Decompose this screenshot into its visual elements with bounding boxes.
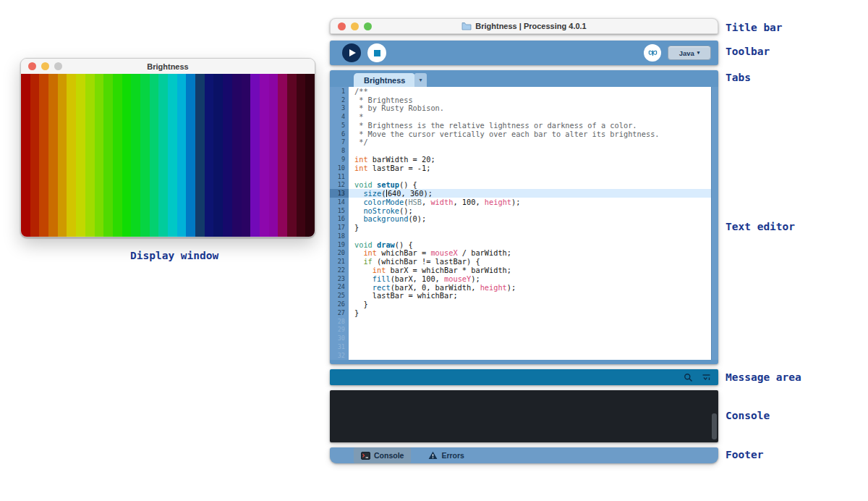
footer-tab-errors[interactable]: Errors — [428, 451, 464, 460]
code-line[interactable]: 23 fill(barX, 100, mouseY); — [330, 274, 712, 283]
code-line[interactable]: 21 if (whichBar != lastBar) { — [330, 257, 712, 266]
token-kw: void — [354, 240, 377, 249]
search-icon[interactable] — [684, 373, 693, 382]
code-line[interactable]: 17} — [330, 223, 712, 232]
code-line[interactable]: 13 size(640, 360); — [330, 189, 712, 198]
token-com: * Brightness — [354, 96, 413, 104]
code-line[interactable]: 8 — [330, 146, 712, 155]
line-number: 20 — [330, 249, 349, 258]
code-line[interactable]: 29 — [330, 325, 712, 334]
code-line[interactable]: 1/** — [330, 87, 712, 96]
code-line[interactable]: 7 */ — [330, 138, 712, 147]
token-pln — [354, 248, 363, 257]
token-sv: mouseY — [444, 274, 471, 283]
tab-bar: Brightness ▾ — [330, 70, 718, 87]
token-pln: ); — [511, 198, 520, 206]
code-line[interactable]: 9int barWidth = 20; — [330, 155, 712, 164]
footer-tab-console[interactable]: Console — [354, 447, 411, 463]
code-text: * Move the cursor vertically over each b… — [349, 130, 712, 138]
token-fn: size — [363, 189, 381, 198]
token-pln: } — [354, 223, 359, 232]
code-line[interactable]: 25 lastBar = whichBar; — [330, 291, 712, 300]
line-number: 18 — [330, 232, 349, 240]
code-line[interactable]: 30 — [330, 334, 712, 342]
line-number: 26 — [330, 300, 349, 308]
code-line[interactable]: 15 noStroke(); — [330, 206, 712, 215]
hue-bar — [260, 74, 269, 237]
token-fn: colorMode — [363, 198, 404, 206]
console-panel — [330, 390, 718, 442]
console-scrollbar[interactable] — [712, 413, 717, 439]
editor-scrollbar[interactable] — [711, 87, 718, 360]
code-line[interactable]: 22 int barX = whichBar * barWidth; — [330, 266, 712, 274]
code-line[interactable]: 24 rect(barX, 0, barWidth, height); — [330, 283, 712, 292]
code-line[interactable]: 3 * by Rusty Robison. — [330, 104, 712, 113]
line-number: 9 — [330, 155, 349, 164]
hue-bar — [168, 74, 177, 237]
minimize-icon[interactable] — [41, 62, 49, 70]
zoom-icon[interactable] — [364, 22, 372, 30]
code-line[interactable]: 5 * Brightness is the relative lightness… — [330, 121, 712, 130]
token-com: */ — [354, 138, 368, 146]
debug-button[interactable] — [644, 44, 661, 62]
close-icon[interactable] — [338, 22, 346, 30]
token-typ: int — [354, 155, 368, 164]
line-number: 3 — [330, 104, 349, 113]
code-text: } — [349, 308, 712, 317]
code-line[interactable]: 12void setup() { — [330, 180, 712, 189]
code-line[interactable]: 14 colorMode(HSB, width, 100, height); — [330, 198, 712, 206]
code-line[interactable]: 31 — [330, 342, 712, 351]
line-number: 22 — [330, 266, 349, 274]
token-sv: mouseX — [430, 248, 457, 257]
text-editor[interactable]: 1/**2 * Brightness3 * by Rusty Robison.4… — [330, 87, 718, 360]
stop-button[interactable] — [367, 43, 386, 62]
token-pln — [354, 266, 373, 274]
code-line[interactable]: 26 } — [330, 300, 712, 308]
line-number: 29 — [330, 325, 349, 334]
code-line[interactable]: 4 * — [330, 112, 712, 121]
sketch-output-bars — [21, 74, 315, 237]
screenshot-canvas: Brightness Display window Brightness | P… — [0, 0, 868, 501]
tab-menu-button[interactable]: ▾ — [414, 73, 427, 87]
label-title-bar: Title bar — [726, 22, 783, 33]
code-line[interactable]: 27} — [330, 308, 712, 317]
code-line[interactable]: 28 — [330, 317, 712, 326]
code-line[interactable]: 6 * Move the cursor vertically over each… — [330, 130, 712, 138]
close-icon[interactable] — [28, 62, 36, 70]
hue-bar — [103, 74, 113, 237]
minimize-icon[interactable] — [351, 22, 359, 30]
code-text: int whichBar = mouseX / barWidth; — [349, 249, 712, 258]
run-button[interactable] — [342, 43, 361, 62]
console-collapse-icon[interactable] — [702, 373, 711, 382]
token-pln: (); — [399, 206, 413, 215]
tab-brightness[interactable]: Brightness — [354, 73, 415, 87]
token-pln: , — [422, 198, 430, 206]
hue-bar — [95, 74, 104, 237]
line-number: 25 — [330, 291, 349, 300]
code-line[interactable]: 19void draw() { — [330, 240, 712, 249]
line-number: 32 — [330, 351, 349, 360]
code-text: if (whichBar != lastBar) { — [349, 257, 712, 266]
token-typ: int — [354, 164, 368, 172]
zoom-icon[interactable] — [54, 62, 62, 70]
label-message-area: Message area — [726, 371, 801, 383]
display-window-titlebar: Brightness — [21, 59, 315, 75]
code-line[interactable]: 16 background(0); — [330, 214, 712, 223]
token-pln — [354, 214, 363, 223]
token-typ: int — [363, 248, 377, 257]
hue-bar — [297, 74, 306, 237]
code-text: lastBar = whichBar; — [349, 291, 712, 300]
code-line[interactable]: 32 — [330, 351, 712, 360]
code-line[interactable]: 10int lastBar = -1; — [330, 164, 712, 172]
hue-bar — [48, 74, 58, 237]
code-line[interactable]: 18 — [330, 232, 712, 240]
token-pln: lastBar = whichBar; — [354, 291, 458, 300]
token-pln: (barX, 0, barWidth, — [391, 283, 480, 292]
label-tabs: Tabs — [726, 72, 751, 83]
mode-selector[interactable]: Java ▾ — [668, 46, 711, 60]
code-line[interactable]: 2 * Brightness — [330, 96, 712, 104]
code-line[interactable]: 11 — [330, 172, 712, 181]
code-line[interactable]: 20 int whichBar = mouseX / barWidth; — [330, 249, 712, 258]
hue-bar — [140, 74, 150, 237]
line-number: 17 — [330, 223, 349, 232]
